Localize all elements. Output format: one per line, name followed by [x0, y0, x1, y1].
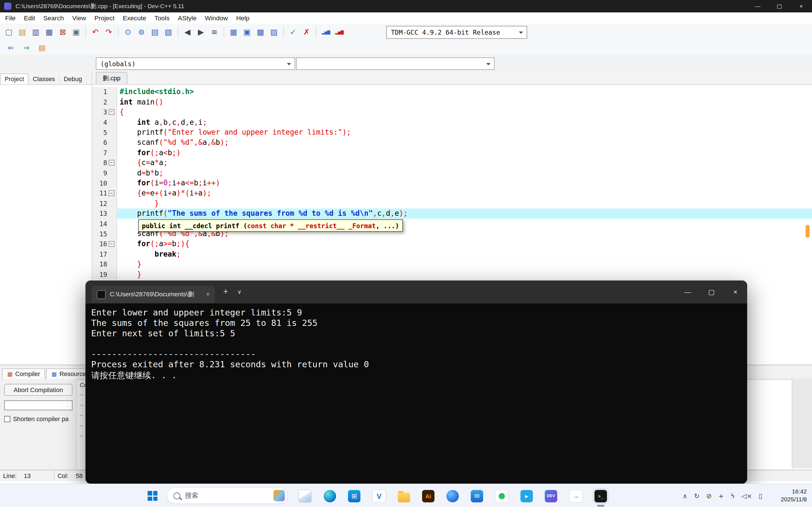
breakpoint-list-icon[interactable]: ≡ — [208, 26, 220, 38]
compiler-select[interactable]: TDM-GCC 4.9.2 64-bit Release — [386, 25, 527, 39]
open-file-icon[interactable]: ▤ — [16, 26, 29, 38]
hidden-icons-chevron-icon[interactable]: ∧ — [682, 492, 688, 500]
save-all-icon[interactable]: ▦ — [43, 26, 55, 38]
edge-browser-icon[interactable] — [324, 490, 336, 502]
run-icon[interactable]: ▣ — [241, 26, 253, 38]
fold-toggle-icon[interactable]: − — [109, 109, 114, 115]
globals-select[interactable]: (globals) — [96, 57, 295, 70]
v-app-icon[interactable]: V — [372, 489, 386, 503]
file-explorer-icon[interactable] — [398, 492, 410, 502]
search-highlight-image[interactable] — [273, 490, 285, 501]
photos-app-icon[interactable] — [298, 489, 312, 503]
profile-icon[interactable]: ▂▅▇ — [319, 26, 332, 38]
menu-item-view[interactable]: View — [68, 12, 90, 24]
microsoft-store-icon[interactable]: ⊞ — [348, 490, 360, 502]
forward-icon[interactable]: ▶ — [195, 26, 207, 38]
code-text[interactable]: d=b*b; — [117, 168, 812, 178]
members-select[interactable] — [296, 57, 495, 70]
menu-item-execute[interactable]: Execute — [119, 12, 150, 24]
code-text[interactable]: #include<stdio.h> — [117, 87, 812, 97]
close-file-icon[interactable]: ⊠ — [56, 26, 69, 38]
jump-back-icon[interactable]: ⇐ — [5, 42, 16, 53]
menu-item-edit[interactable]: Edit — [20, 12, 39, 24]
terminal-maximize-button[interactable]: ▢ — [700, 281, 723, 303]
code-text[interactable]: int a,b,c,d,e,i; — [117, 117, 812, 128]
file-tab[interactable]: 删.cpp — [96, 72, 127, 84]
code-text[interactable]: break; — [117, 249, 812, 259]
code-text[interactable]: printf("The sums of the squares from %d … — [117, 209, 812, 219]
profiling-delete-icon[interactable]: ▂▅▇ — [333, 26, 345, 38]
replace-icon[interactable]: ⊚ — [135, 26, 147, 38]
panel-tab-classes[interactable]: Classes — [29, 74, 60, 84]
code-text[interactable]: scanf("%d %d",&a,&b); — [117, 138, 812, 148]
panel-tab-debug[interactable]: Debug — [59, 74, 87, 84]
start-button[interactable] — [147, 491, 157, 501]
checkbox[interactable] — [4, 416, 10, 422]
code-text[interactable]: { — [117, 107, 812, 117]
dev-cpp-app-icon[interactable]: DEV — [545, 490, 557, 502]
share-app-icon[interactable]: → — [569, 489, 583, 503]
pen-input-icon[interactable]: + — [718, 492, 724, 500]
compiler-filter-input[interactable] — [4, 400, 72, 410]
blue-circle-app-icon[interactable] — [446, 490, 459, 502]
menu-item-file[interactable]: File — [1, 12, 20, 24]
blocked-icon[interactable]: ⊘ — [706, 492, 712, 500]
battery-icon[interactable]: ▯ — [759, 492, 762, 500]
scrollbar-marker[interactable] — [806, 225, 809, 237]
code-text[interactable]: int main() — [117, 97, 812, 107]
syntax-check-icon[interactable]: ✓ — [287, 26, 299, 38]
code-text[interactable]: {c=a*a; — [117, 158, 812, 168]
taskbar-clock[interactable]: 16:42 2025/11/8 — [781, 488, 807, 503]
fold-toggle-icon[interactable]: − — [109, 190, 114, 196]
menu-item-search[interactable]: Search — [39, 12, 68, 24]
redo-icon[interactable]: ↷ — [103, 26, 115, 38]
terminal-output[interactable]: Enter lower and uppeer integer limits:5 … — [86, 303, 747, 484]
save-icon[interactable]: ▥ — [30, 26, 42, 38]
sync-icon[interactable]: ↻ — [694, 492, 700, 500]
code-text[interactable]: for(;a>=b;){ — [117, 239, 812, 249]
abort-compilation-button[interactable]: Abort Compilation — [4, 384, 72, 396]
print-icon[interactable]: ▣ — [70, 26, 82, 38]
taskbar-search[interactable]: 搜索 — [167, 487, 288, 504]
terminal-minimize-button[interactable]: — — [676, 281, 700, 303]
find-next-icon[interactable]: ▤ — [149, 26, 161, 38]
jump-forward-icon[interactable]: ⇒ — [20, 42, 32, 53]
code-text[interactable]: } — [117, 198, 812, 209]
menu-item-astyle[interactable]: AStyle — [174, 12, 201, 24]
tab-dropdown-icon[interactable]: ∨ — [238, 288, 242, 295]
goto-line-icon[interactable]: ▧ — [162, 26, 174, 38]
report-tab-compiler[interactable]: ▦Compiler — [2, 369, 45, 379]
panel-tab-project[interactable]: Project — [0, 73, 29, 84]
social-app-icon[interactable]: ▸ — [520, 490, 533, 502]
maximize-button[interactable]: ▢ — [769, 0, 790, 12]
code-text[interactable]: for(i=0;i+a<=b;i++) — [117, 178, 812, 188]
power-icon[interactable]: ϟ — [730, 492, 735, 500]
code-text[interactable]: printf("Enter lower and uppeer integer l… — [117, 128, 812, 138]
volume-muted-icon[interactable]: ◁× — [742, 492, 752, 500]
code-text[interactable]: } — [117, 269, 812, 279]
compile-run-icon[interactable]: ▩ — [254, 26, 267, 38]
swap-header-source-icon[interactable]: ▤ — [36, 42, 48, 53]
fold-toggle-icon[interactable]: − — [109, 160, 114, 166]
rebuild-all-icon[interactable]: ▨ — [268, 26, 280, 38]
find-icon[interactable]: ⊙ — [122, 26, 134, 38]
minimize-button[interactable]: — — [747, 0, 769, 12]
undo-icon[interactable]: ↶ — [89, 26, 101, 38]
adobe-app-icon[interactable]: Ai — [422, 490, 435, 502]
abort-compilation-icon[interactable]: ✗ — [300, 26, 313, 38]
menu-item-help[interactable]: Help — [232, 12, 254, 24]
menu-item-window[interactable]: Window — [201, 12, 232, 24]
code-text[interactable]: } — [117, 259, 812, 269]
new-tab-button[interactable]: + — [223, 287, 228, 296]
code-text[interactable]: for(;a<b;) — [117, 148, 812, 158]
menu-item-project[interactable]: Project — [90, 12, 119, 24]
terminal-tab[interactable]: C:\Users\28769\Documents\删 × — [92, 286, 215, 303]
green-app-icon[interactable] — [495, 489, 509, 503]
menu-item-tools[interactable]: Tools — [150, 12, 174, 24]
code-text[interactable]: {e=e+(i+a)*(i+a); — [117, 188, 812, 198]
tab-close-icon[interactable]: × — [206, 291, 210, 298]
panel-scroll-area[interactable] — [792, 378, 812, 468]
back-icon[interactable]: ◀ — [181, 26, 194, 38]
close-button[interactable]: × — [790, 0, 812, 12]
new-file-icon[interactable]: ▢ — [3, 26, 15, 38]
